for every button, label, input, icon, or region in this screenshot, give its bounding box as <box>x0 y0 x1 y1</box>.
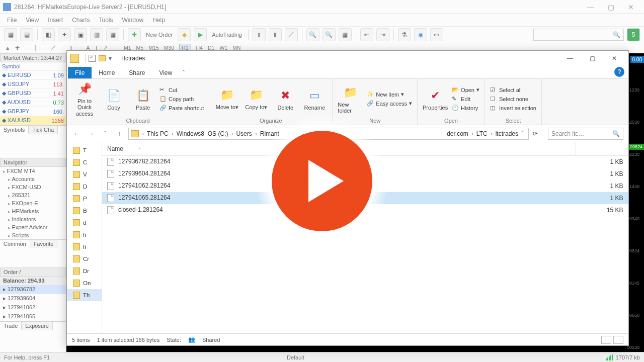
nav-tab-fav[interactable]: Favorite <box>30 240 58 248</box>
recent-dropdown-icon[interactable]: ˅ <box>100 130 110 137</box>
navpane-item[interactable]: Th <box>67 289 102 301</box>
copypath-button[interactable]: 📋Copy path <box>159 96 204 103</box>
mw-row[interactable]: ◆ GBPJPY160. <box>0 107 66 116</box>
new-order-label[interactable]: New Order <box>144 32 175 38</box>
newfolder-button[interactable]: 📁New folder <box>338 84 363 114</box>
navpane-item[interactable]: P <box>67 193 102 205</box>
order-row[interactable]: ▸ 127941062 <box>0 303 66 312</box>
templates-icon[interactable]: ▭ <box>430 28 443 41</box>
navpane-item[interactable]: C <box>67 156 102 168</box>
menu-view[interactable]: View <box>26 17 39 24</box>
term-tab-exposure[interactable]: Exposure <box>22 322 52 330</box>
mt4-search[interactable]: 🔍 <box>533 29 624 41</box>
cursor-icon[interactable]: ▲ <box>5 45 10 51</box>
invertsel-button[interactable]: ◫Invert selection <box>490 105 536 112</box>
tab-view[interactable]: View <box>152 67 179 78</box>
tile-icon[interactable]: ▦ <box>339 28 352 41</box>
pin-button[interactable]: 📌Pin to Quick access <box>72 81 97 116</box>
delete-button[interactable]: ✖Delete <box>273 87 298 111</box>
edit-button[interactable]: ✎Edit <box>452 96 479 103</box>
history-button[interactable]: 🕘History <box>452 105 479 112</box>
tool-profiles-icon[interactable]: ▤ <box>20 28 33 41</box>
tool-terminal-icon[interactable]: ▣ <box>74 28 87 41</box>
qat-folder-icon[interactable] <box>99 55 106 61</box>
crumb-7[interactable]: ltctrades <box>496 130 518 137</box>
ex-maximize-button[interactable]: ▢ <box>581 51 603 65</box>
pasteshortcut-button[interactable]: 🔗Paste shortcut <box>159 105 204 112</box>
tool-navigator-icon[interactable]: ✦ <box>58 28 71 41</box>
term-tab-trade[interactable]: Trade <box>0 322 22 330</box>
qat-properties-icon[interactable] <box>89 55 96 62</box>
view-large-icon[interactable] <box>613 336 623 344</box>
menu-window[interactable]: Window <box>122 17 144 24</box>
tool-marketwatch-icon[interactable]: ◧ <box>42 28 55 41</box>
ribbon-collapse-icon[interactable]: ˄ <box>179 69 188 76</box>
back-button[interactable]: ← <box>72 130 82 137</box>
navpane-item[interactable]: Dr <box>67 265 102 277</box>
nav-item[interactable]: Indicators <box>8 215 66 223</box>
tool-new-chart-icon[interactable]: ▦ <box>4 28 17 41</box>
metaeditor-icon[interactable]: ◆ <box>178 28 191 41</box>
nav-item[interactable]: HFMarkets <box>8 207 66 215</box>
nav-item[interactable]: Accounts <box>8 175 66 183</box>
autotrading-icon[interactable]: ▶ <box>194 28 207 41</box>
navpane-item[interactable]: V <box>67 168 102 180</box>
up-button[interactable]: ↑ <box>114 130 124 137</box>
indicators-icon[interactable]: ⚗ <box>398 28 411 41</box>
vline-icon[interactable]: │ <box>34 45 37 51</box>
navpane-item[interactable]: Cr <box>67 253 102 265</box>
explorer-search[interactable]: Search ltc… 🔍 <box>548 128 623 140</box>
properties-button[interactable]: ✔Properties <box>423 87 448 111</box>
channel-icon[interactable]: ≡ <box>61 45 64 51</box>
trendline-icon[interactable]: ／ <box>51 44 56 51</box>
ex-close-button[interactable]: ✕ <box>603 51 625 65</box>
nav-item[interactable]: FXOpen-E <box>8 199 66 207</box>
shift-icon[interactable]: ⇤ <box>360 28 373 41</box>
mw-row[interactable]: ◆ USDJPY113. <box>0 80 66 89</box>
navpane-item[interactable]: On <box>67 277 102 289</box>
navpane-item[interactable]: fi <box>67 241 102 253</box>
autoscroll-icon[interactable]: ⇥ <box>376 28 389 41</box>
crosshair-icon[interactable]: ✚ <box>15 45 20 51</box>
maximize-button[interactable]: ▢ <box>601 3 621 11</box>
periods-icon[interactable]: ◉ <box>414 28 427 41</box>
bar-chart-icon[interactable]: ⫿ <box>253 28 266 41</box>
tab-home[interactable]: Home <box>92 67 122 78</box>
moveto-button[interactable]: 📁Move to▾ <box>214 87 239 111</box>
mw-row[interactable]: ◆ GBPUSD1.41 <box>0 89 66 98</box>
refresh-button[interactable]: ⟳ <box>533 130 544 137</box>
explorer-titlebar[interactable]: ▾ ltctrades — ▢ ✕ <box>67 51 628 66</box>
mw-row[interactable]: ◆ AUDUSD0.73 <box>0 98 66 107</box>
nav-item[interactable]: Scripts <box>8 231 66 239</box>
navpane-item[interactable]: T <box>67 144 102 156</box>
ex-minimize-button[interactable]: — <box>559 51 581 65</box>
mw-row[interactable]: ◆ XAUUSD1268 <box>0 116 66 125</box>
navpane-item[interactable]: fi <box>67 229 102 241</box>
nav-root[interactable]: FXCM MT4 <box>3 167 66 175</box>
crumb-1[interactable]: Windows8_OS (C:) <box>177 130 228 137</box>
tool-tester-icon[interactable]: ▥ <box>90 28 103 41</box>
navpane-item[interactable]: d <box>67 217 102 229</box>
nav-pane[interactable]: TCVDPBdfifiCrDrOnTh <box>67 142 102 333</box>
tool-data-icon[interactable]: ▦ <box>106 28 119 41</box>
play-overlay[interactable] <box>257 116 387 246</box>
rename-button[interactable]: ▭Rename <box>302 87 327 111</box>
paste-button[interactable]: 📋Paste <box>130 87 155 111</box>
candle-chart-icon[interactable]: ⫿ <box>269 28 282 41</box>
crumb-2[interactable]: Users <box>236 130 252 137</box>
zoom-in-icon[interactable]: 🔍 <box>306 28 319 41</box>
hline-icon[interactable]: ─ <box>42 45 46 51</box>
crumb-0[interactable]: This PC <box>147 130 169 137</box>
mw-tab-symbols[interactable]: Symbols <box>0 126 29 134</box>
order-row[interactable]: ▸ 127941065 <box>0 312 66 321</box>
help-icon[interactable]: ? <box>614 67 624 77</box>
navpane-item[interactable]: B <box>67 205 102 217</box>
copy-button[interactable]: 📄Copy <box>101 87 126 111</box>
order-row[interactable]: ▸ 127936782 <box>0 285 66 294</box>
mw-row[interactable]: ◆ EURUSD1.09 <box>0 71 66 80</box>
close-button[interactable]: ✕ <box>621 3 641 11</box>
open-button[interactable]: 📂Open ▾ <box>452 86 479 94</box>
forward-button[interactable]: → <box>86 130 96 137</box>
tab-share[interactable]: Share <box>122 67 152 78</box>
crumb-6[interactable]: LTC <box>476 130 488 137</box>
